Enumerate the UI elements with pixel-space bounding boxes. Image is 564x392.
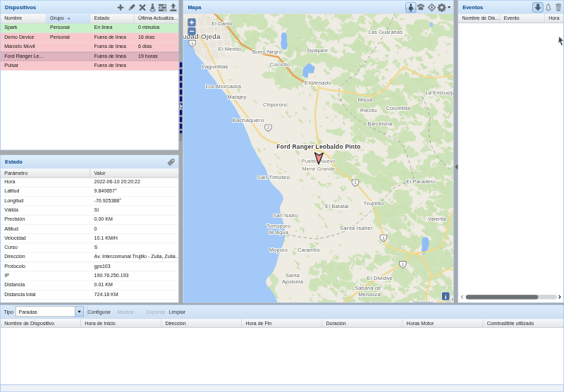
svg-text:Misoa: Misoa [358,97,373,103]
svg-text:3: 3 [382,236,384,240]
svg-text:de Agua: de Agua [269,229,289,235]
svg-text:El Batatal: El Batatal [325,203,348,209]
svg-text:Mendoza: Mendoza [358,291,381,298]
svg-text:3: 3 [191,42,193,46]
svg-text:Burro Negro: Burro Negro [252,49,282,55]
svg-text:Riecito: Riecito [360,107,377,114]
svg-text:3: 3 [354,180,356,185]
svg-text:La Encrucijada: La Encrucijada [425,90,453,96]
svg-text:El Paradero: El Paradero [407,178,436,185]
svg-text:Sipayare: Sipayare [307,47,328,54]
svg-text:El Danto: El Danto [212,20,233,27]
svg-text:Colombita: Colombita [386,105,411,111]
svg-text:Chipororo: Chipororo [263,102,287,108]
svg-text:Tomoporo: Tomoporo [266,223,290,229]
svg-text:Las Guarabas: Las Guarabas [369,29,403,35]
svg-text:Bachaquero: Bachaquero [233,117,264,123]
svg-text:El Dividive: El Dividive [367,275,393,281]
svg-text:Trujillito: Trujillito [364,200,384,207]
svg-text:Apolonia: Apolonia [282,278,304,285]
svg-text:Barcelona: Barcelona [368,121,393,127]
svg-text:Mene Grande: Mene Grande [302,166,336,172]
svg-text:Los Ahorcados: Los Ahorcados [206,83,242,90]
svg-text:El Menito: El Menito [219,46,241,52]
svg-text:Moporo: Moporo [269,247,288,253]
svg-text:El Venado: El Venado [305,80,331,86]
svg-text:San Timoteo: San Timoteo [257,174,290,180]
svg-text:Motatán: Motatán [414,300,434,302]
svg-text:San Isidro: San Isidro [274,212,298,219]
svg-text:m: m [452,296,453,302]
svg-text:Sabana de: Sabana de [355,285,381,291]
svg-text:3: 3 [267,125,269,130]
svg-text:Ford Ranger Leobaldo Pinto: Ford Ranger Leobaldo Pinto [276,143,360,150]
svg-text:Valerita: Valerita [428,216,447,222]
svg-text:Carambú: Carambú [298,247,319,253]
svg-text:Matajey: Matajey [227,94,246,100]
svg-text:Santa Isabel: Santa Isabel [340,225,372,231]
svg-text:Corocito: Corocito [270,61,290,68]
svg-text:Lagunillas: Lagunillas [202,63,228,70]
svg-text:1: 1 [402,262,404,267]
svg-text:Santa: Santa [286,272,300,278]
